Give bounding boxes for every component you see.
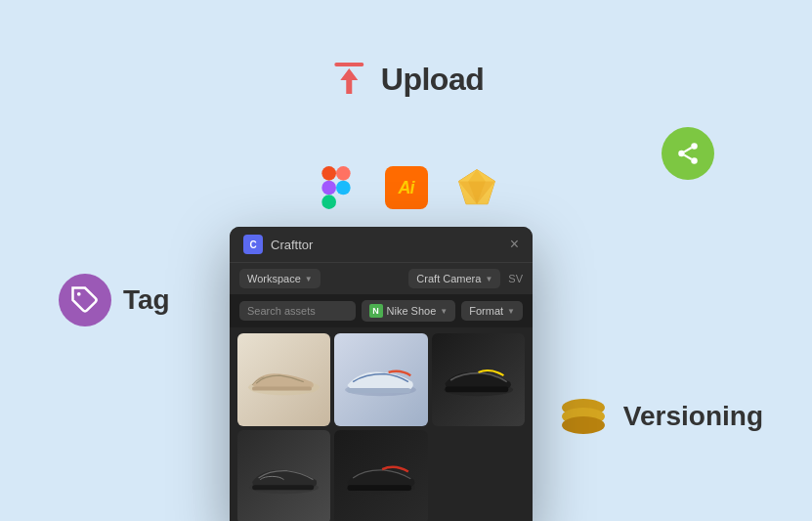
svg-line-6 xyxy=(684,148,691,152)
svg-line-5 xyxy=(684,155,691,159)
svg-point-9 xyxy=(336,181,351,195)
ai-label: Ai xyxy=(399,178,414,198)
asset-item-4[interactable] xyxy=(237,430,330,521)
svg-rect-7 xyxy=(321,166,336,181)
svg-rect-23 xyxy=(348,389,411,394)
format-dropdown[interactable]: Format ▼ xyxy=(461,301,523,321)
search-input[interactable]: Search assets xyxy=(239,301,356,321)
camera-dropdown[interactable]: Craft Camera ▼ xyxy=(408,269,500,288)
shoe-svg-2 xyxy=(341,354,420,405)
nike-shoe-tag[interactable]: N Nike Shoe ▼ xyxy=(362,300,456,322)
shoe-svg-3 xyxy=(439,354,518,405)
upload-section: Upload xyxy=(328,59,484,100)
asset-grid xyxy=(230,327,533,521)
workspace-chevron: ▼ xyxy=(305,275,313,283)
window-toolbar: Workspace ▼ Craft Camera ▼ SV xyxy=(230,262,533,294)
illustrator-icon[interactable]: Ai xyxy=(385,166,428,209)
crafttor-window: C Crafttor × Workspace ▼ Craft Camera ▼ … xyxy=(230,227,533,521)
shoe-svg-4 xyxy=(244,452,323,502)
format-chevron: ▼ xyxy=(507,307,515,316)
workspace-label: Workspace xyxy=(247,273,301,284)
app-icons-row: Ai xyxy=(315,166,498,209)
upload-icon xyxy=(328,59,369,100)
versioning-icon-circle xyxy=(557,390,610,443)
shoe-svg-5 xyxy=(341,452,420,502)
svg-rect-10 xyxy=(321,181,336,195)
asset-item-5[interactable] xyxy=(334,430,427,521)
window-title-left: C Crafttor xyxy=(243,235,313,254)
svg-rect-25 xyxy=(445,387,508,393)
asset-item-3[interactable] xyxy=(432,333,525,426)
camera-chevron: ▼ xyxy=(485,275,492,283)
tag-icon xyxy=(70,285,100,315)
svg-rect-11 xyxy=(321,195,336,209)
svg-rect-0 xyxy=(334,63,363,66)
window-search-bar: Search assets N Nike Shoe ▼ Format ▼ xyxy=(230,294,533,327)
workspace-dropdown[interactable]: Workspace ▼ xyxy=(239,269,321,288)
window-close-button[interactable]: × xyxy=(510,237,519,252)
versioning-icon xyxy=(557,390,610,443)
tag-icon-circle xyxy=(59,274,111,326)
share-icon xyxy=(675,141,701,166)
sv-label: SV xyxy=(508,273,523,284)
upload-label: Upload xyxy=(381,62,484,98)
tag-label: Tag xyxy=(123,284,170,316)
tag-n-badge: N xyxy=(369,304,383,318)
svg-point-2 xyxy=(691,143,698,150)
svg-rect-27 xyxy=(252,485,314,490)
asset-item-2[interactable] xyxy=(334,333,427,426)
svg-rect-8 xyxy=(336,166,351,181)
svg-point-3 xyxy=(678,151,685,157)
versioning-label: Versioning xyxy=(623,401,763,432)
window-titlebar: C Crafttor × xyxy=(230,227,533,262)
versioning-section: Versioning xyxy=(557,390,763,443)
crafttor-logo: C xyxy=(243,235,263,254)
svg-point-4 xyxy=(691,157,698,164)
asset-item-1[interactable] xyxy=(237,333,330,426)
svg-point-19 xyxy=(562,416,605,434)
shoe-svg-1 xyxy=(244,354,323,405)
tag-chevron: ▼ xyxy=(440,307,448,316)
search-placeholder: Search assets xyxy=(247,305,316,317)
sketch-icon[interactable] xyxy=(455,166,498,209)
figma-icon[interactable] xyxy=(315,166,358,209)
svg-rect-21 xyxy=(252,387,312,391)
svg-point-16 xyxy=(77,292,81,296)
format-label: Format xyxy=(469,305,503,317)
svg-marker-1 xyxy=(340,68,358,94)
camera-label: Craft Camera xyxy=(416,273,481,284)
nike-shoe-label: Nike Shoe xyxy=(387,305,437,317)
svg-rect-29 xyxy=(348,485,412,491)
tag-section: Tag xyxy=(59,274,170,326)
window-title-text: Crafttor xyxy=(271,238,313,252)
share-button[interactable] xyxy=(662,127,714,180)
